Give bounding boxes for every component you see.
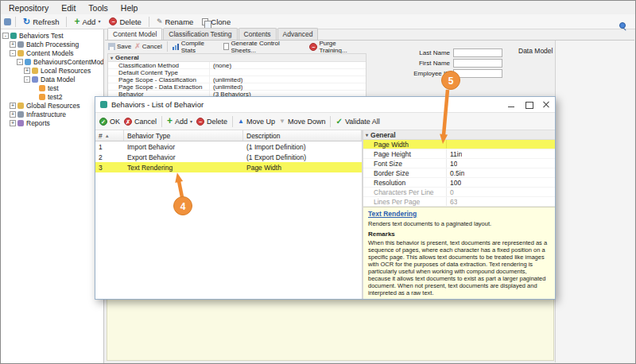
minimize-button[interactable] — [502, 97, 520, 112]
column-header-number[interactable]: # ▲ — [95, 130, 124, 141]
right-panel — [556, 41, 634, 362]
help-title-link[interactable]: Text Rendering — [368, 210, 550, 218]
plus-icon: + — [74, 17, 80, 26]
property-section-general[interactable]: ▾ General — [363, 130, 555, 140]
sort-ascending-icon: ▲ — [105, 134, 110, 138]
tree-item-test2[interactable]: test2 — [31, 92, 103, 101]
delete-icon: − — [196, 118, 204, 126]
menu-repository[interactable]: Repository — [2, 2, 55, 14]
pin-icon[interactable] — [619, 21, 627, 30]
first-name-field[interactable] — [453, 59, 502, 68]
preview-field-row: Employee ID — [412, 69, 502, 78]
document-icon — [39, 85, 45, 91]
section-collapse-icon: ▾ — [111, 56, 113, 60]
tree-item-data-model[interactable]: - Data Model — [24, 75, 103, 83]
behaviors-dialog: Behaviors - List of Behavior ✓ OK ✗ Canc… — [95, 96, 556, 300]
expander-expanded-icon[interactable]: - — [10, 50, 16, 56]
gear-icon — [17, 111, 24, 118]
property-row-border-size[interactable]: Border Size 0.5in — [363, 168, 555, 178]
column-header-description[interactable]: Description — [243, 130, 362, 141]
expander-expanded-icon[interactable]: - — [2, 33, 9, 39]
add-button[interactable]: + Add ▾ — [71, 17, 103, 27]
column-header-behavior-type[interactable]: Behavior Type — [124, 130, 243, 141]
menu-tools[interactable]: Tools — [82, 2, 114, 14]
tab-advanced[interactable]: Advanced — [277, 28, 319, 40]
employee-id-field[interactable] — [453, 69, 502, 78]
folder-icon — [32, 68, 38, 74]
property-row-lines-per-page: Lines Per Page 63 — [363, 197, 555, 207]
cancel-button[interactable]: ✗ Cancel — [124, 118, 157, 126]
resource-tree: - Behaviors Test + Batch Processing - Co… — [1, 29, 104, 363]
main-toolbar: ↻ Refresh + Add ▾ − Delete ✎ Rename Clon… — [1, 14, 635, 29]
tab-content-model[interactable]: Content Model — [107, 28, 162, 40]
expander-collapsed-icon[interactable]: + — [10, 120, 16, 126]
tree-item-global-resources[interactable]: + Global Resources — [10, 101, 103, 110]
dialog-title: Behaviors - List of Behavior — [111, 100, 502, 109]
expander-collapsed-icon[interactable]: + — [10, 41, 16, 48]
behavior-property-panel: ▾ General Page Width Page Height 11in Fo… — [363, 130, 555, 299]
preview-field-row: Last Name — [412, 48, 502, 57]
expander-collapsed-icon[interactable]: + — [10, 103, 16, 109]
purge-training-button[interactable]: − Purge Training... — [309, 40, 366, 54]
cancel-button[interactable]: ✗ Cancel — [134, 43, 161, 50]
save-button[interactable]: Save — [108, 43, 131, 50]
tree-item-infrastructure[interactable]: + Infrastructure — [10, 110, 103, 118]
refresh-button[interactable]: ↻ Refresh — [20, 17, 62, 27]
tree-item-batch-processing[interactable]: + Batch Processing — [10, 40, 103, 48]
move-up-button[interactable]: ▲ Move Up — [238, 118, 275, 126]
remarks-text: When this behavior is present, text docu… — [368, 239, 550, 296]
navigation-icon[interactable] — [4, 18, 11, 25]
pencil-icon: ✎ — [157, 18, 163, 25]
validate-all-button[interactable]: ✓ Validate All — [335, 118, 379, 126]
tab-contents[interactable]: Contents — [238, 28, 277, 40]
dialog-title-bar[interactable]: Behaviors - List of Behavior — [95, 97, 555, 113]
expander-collapsed-icon[interactable]: + — [10, 111, 16, 118]
generate-control-sheets-button[interactable]: Generate Control Sheets... — [223, 40, 306, 54]
gear-icon — [17, 41, 24, 48]
report-icon — [17, 120, 24, 126]
compile-stats-button[interactable]: Compile Stats — [173, 40, 221, 54]
list-row-import-behavior[interactable]: 1 Import Behavior (1 Import Definition) — [95, 141, 362, 152]
tree-item-reports[interactable]: + Reports — [10, 118, 103, 127]
expander-expanded-icon[interactable]: - — [24, 76, 30, 83]
content-model-icon — [25, 59, 31, 65]
property-row-page-height[interactable]: Page Height 11in — [363, 149, 555, 159]
rename-button[interactable]: ✎ Rename — [153, 17, 196, 27]
expander-expanded-icon[interactable]: - — [17, 59, 23, 65]
tree-item-local-resources[interactable]: + Local Resources — [24, 66, 103, 75]
document-icon — [39, 94, 45, 100]
list-row-text-rendering[interactable]: 3 Text Rendering Page Width — [95, 162, 362, 172]
maximize-button[interactable] — [520, 97, 537, 112]
content-model-toolbar: Save ✗ Cancel Compile Stats Generate Con… — [105, 41, 369, 52]
expander-collapsed-icon[interactable]: + — [24, 68, 30, 74]
delete-button[interactable]: − Delete — [196, 118, 227, 126]
ok-button[interactable]: ✓ OK — [99, 118, 120, 126]
property-row-font-size[interactable]: Font Size 10 — [363, 159, 555, 168]
property-row-resolution[interactable]: Resolution 100 — [363, 178, 555, 188]
clone-button[interactable]: Clone — [199, 17, 234, 27]
close-button[interactable] — [537, 97, 555, 112]
menu-bar: Repository Edit Tools Help — [1, 1, 635, 14]
purge-icon: − — [309, 43, 317, 51]
add-button[interactable]: + Add ▾ — [167, 117, 192, 126]
list-header: # ▲ Behavior Type Description — [95, 130, 362, 141]
list-row-export-behavior[interactable]: 2 Export Behavior (1 Export Definition) — [95, 152, 362, 162]
check-icon: ✓ — [335, 118, 342, 126]
tree-item-behaviors-test[interactable]: - Behaviors Test — [2, 31, 103, 40]
property-row-page-width[interactable]: Page Width — [363, 140, 555, 149]
menu-help[interactable]: Help — [114, 2, 145, 14]
chevron-down-icon: ▾ — [98, 19, 100, 24]
last-name-field[interactable] — [453, 48, 502, 57]
tree-item-test[interactable]: test — [31, 83, 103, 92]
cancel-icon: ✗ — [134, 43, 141, 50]
tree-item-behaviours-content-model[interactable]: - BehavioursContentModel — [17, 57, 103, 66]
delete-button[interactable]: − Delete — [106, 17, 144, 27]
menu-edit[interactable]: Edit — [55, 2, 82, 14]
property-section-general[interactable]: ▾ General — [108, 54, 366, 62]
move-down-button[interactable]: ▼ Move Down — [279, 118, 325, 126]
tree-item-content-models[interactable]: - Content Models — [10, 48, 103, 57]
chart-icon — [173, 43, 180, 50]
dialog-content: # ▲ Behavior Type Description 1 Import B… — [95, 130, 555, 299]
toolbar-separator — [149, 17, 149, 27]
tab-classification-testing[interactable]: Classification Testing — [163, 28, 237, 40]
